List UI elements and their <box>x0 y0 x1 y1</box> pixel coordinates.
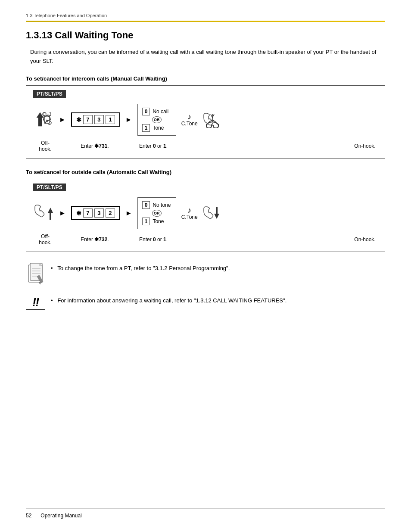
section2-offhook-label: Off-hook. <box>35 233 56 246</box>
footer-divider <box>36 512 36 519</box>
arrow-4: ► <box>125 209 132 217</box>
section2-or-circle: OR <box>152 210 162 217</box>
section1-options-box: 0 No call OR 1 Tone <box>137 104 176 136</box>
section2-enter-01-label: Enter 0 or 1. <box>134 236 173 243</box>
note2-text: • For information about answering a wait… <box>51 296 286 305</box>
exclamation-icon: !! <box>26 296 45 315</box>
page-title: 1.3.13 Call Waiting Tone <box>26 30 385 41</box>
arrow-3: ► <box>59 209 66 217</box>
section2-key0: 0 <box>142 201 150 209</box>
key-7-2: 7 <box>83 208 93 218</box>
section2-diagram-box: PT/SLT/PS ► ✱ 7 3 2 ► 0 <box>26 179 385 252</box>
key-star-2: ✱ <box>76 210 81 217</box>
section1-heading: To set/cancel for intercom calls (Manual… <box>26 75 385 82</box>
note2-section: !! • For information about answering a w… <box>26 295 385 315</box>
top-divider <box>26 21 385 22</box>
note1-section: • To change the tone from a PT, refer to… <box>26 262 385 286</box>
section1-label0: No call <box>153 109 168 115</box>
section1-label1: Tone <box>153 125 164 131</box>
section1-or-circle: OR <box>152 116 162 123</box>
section1-key1: 1 <box>142 124 150 132</box>
section1-enter-key-label: Enter ✱731. <box>71 143 118 149</box>
section2-enter-key-label: Enter ✱732. <box>71 236 118 243</box>
key-3-1: 3 <box>94 115 104 124</box>
arrow-1: ► <box>59 116 66 124</box>
arrow-2: ► <box>125 116 132 124</box>
section2-labels-row: Off-hook. Enter ✱732. Enter 0 or 1. On-h… <box>35 233 378 246</box>
section1-diagram-box: PT/SLT/PS ► <box>26 85 385 159</box>
offhook-phone-icon-2 <box>33 204 54 222</box>
svg-point-3 <box>46 121 48 122</box>
section1-diagram-row: ► ✱ 7 3 1 ► 0 No call OR 1 Tone <box>33 104 378 136</box>
section2-options-box: 0 No tone OR 1 Tone <box>137 197 176 229</box>
key-3-2: 3 <box>94 208 104 218</box>
section2-key-sequence: ✱ 7 3 2 <box>71 206 120 220</box>
offhook-phone-icon-1 <box>33 111 54 129</box>
footer: 52 Operating Manual <box>26 508 385 519</box>
svg-point-2 <box>46 115 48 117</box>
breadcrumb: 1.3 Telephone Features and Operation <box>26 13 385 18</box>
note1-text: • To change the tone from a PT, refer to… <box>51 264 230 273</box>
section2-onhook-label: On-hook. <box>352 236 378 243</box>
section1-onhook-label: On-hook. <box>352 143 378 149</box>
music-note-icon-1: ♪ <box>187 113 191 121</box>
footer-manual-title: Operating Manual <box>40 513 81 519</box>
onhook-phone-icon-2 <box>203 205 222 221</box>
key-1-1: 1 <box>106 115 115 124</box>
section2-ctone-label: C.Tone <box>181 214 198 220</box>
notebook-icon <box>26 263 45 286</box>
music-note-icon-2: ♪ <box>187 206 191 214</box>
note2-bullet: • <box>51 297 53 304</box>
section1-labels-row: Off-hook. Enter ✱731. Enter 0 or 1. On-h… <box>35 140 378 152</box>
note1-bullet: • <box>51 265 53 271</box>
section2-key1: 1 <box>142 218 150 225</box>
key-star-1: ✱ <box>76 116 81 123</box>
section1-pt-label: PT/SLT/PS <box>33 90 66 98</box>
section1-enter-01-label: Enter 0 or 1. <box>134 143 173 149</box>
footer-page-number: 52 <box>26 513 31 519</box>
key-7-1: 7 <box>83 115 93 124</box>
section2-label1: Tone <box>153 218 164 224</box>
section1-key-sequence: ✱ 7 3 1 <box>71 112 120 127</box>
section1-key0: 0 <box>142 108 150 115</box>
section2-pt-label: PT/SLT/PS <box>33 184 66 191</box>
svg-marker-5 <box>48 208 53 220</box>
svg-marker-6 <box>214 207 219 219</box>
section1-option1-row: 1 Tone <box>142 124 171 132</box>
section2-diagram-row: ► ✱ 7 3 2 ► 0 No tone OR 1 Tone <box>33 197 378 229</box>
section2-ctone-area: ♪ C.Tone <box>181 206 198 220</box>
section1-ctone-label: C.Tone <box>181 121 198 127</box>
intro-text: During a conversation, you can be inform… <box>30 48 385 66</box>
section2-heading: To set/cancel for outside calls (Automat… <box>26 169 385 175</box>
section1-ctone-area: ♪ C.Tone <box>181 113 198 127</box>
key-2-2: 2 <box>106 208 115 218</box>
section2-label0: No tone <box>153 202 171 208</box>
section1-offhook-label: Off-hook. <box>35 140 56 152</box>
section2-option0-row: 0 No tone <box>142 201 171 209</box>
onhook-phone-icon-1 <box>203 112 222 128</box>
section1-option0-row: 0 No call <box>142 108 171 115</box>
section2-option1-row: 1 Tone <box>142 218 171 225</box>
